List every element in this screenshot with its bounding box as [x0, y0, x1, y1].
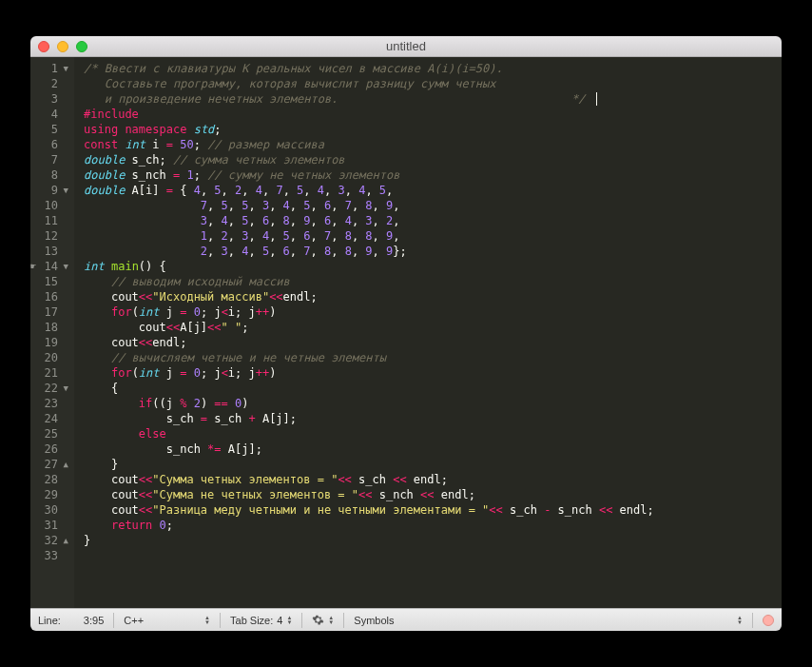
bookmark-icon: ☛: [30, 259, 36, 274]
code-content[interactable]: /* Ввести с клавиатуры K реальных чисел …: [74, 57, 782, 608]
zoom-button[interactable]: [76, 41, 87, 52]
code-line[interactable]: }: [84, 457, 782, 472]
gutter-line[interactable]: 10: [30, 198, 68, 213]
gutter-line[interactable]: 25: [30, 426, 68, 441]
code-line[interactable]: /* Ввести с клавиатуры K реальных чисел …: [84, 61, 782, 76]
line-number: 22: [39, 381, 58, 396]
gutter-line[interactable]: 9▼: [30, 183, 68, 198]
fold-icon[interactable]: ▲: [61, 533, 68, 548]
gutter-line[interactable]: 27▲: [30, 457, 68, 472]
line-number: 3: [39, 91, 58, 107]
status-symbols[interactable]: Symbols: [354, 615, 394, 626]
code-line[interactable]: cout<<"Сумма не четных элементов = "<< s…: [84, 487, 782, 502]
code-line[interactable]: return 0;: [84, 518, 782, 533]
status-position[interactable]: 3:95: [84, 615, 104, 626]
gutter-line[interactable]: 23: [30, 396, 68, 411]
code-line[interactable]: 1, 2, 3, 4, 5, 6, 7, 8, 8, 9,: [84, 228, 782, 244]
code-line[interactable]: Составьте программу, которая вычислит ра…: [84, 76, 782, 91]
chevron-updown-icon: ▲▼: [328, 616, 334, 625]
line-number: 2: [39, 76, 58, 91]
gutter-line[interactable]: 29: [30, 487, 68, 502]
line-number: 32: [39, 533, 58, 548]
close-button[interactable]: [38, 41, 49, 52]
code-line[interactable]: cout<<"Исходный массив"<<endl;: [84, 289, 782, 304]
code-line[interactable]: for(int j = 0; j<i; j++): [84, 365, 782, 381]
code-line[interactable]: 2, 3, 4, 5, 6, 7, 8, 8, 9, 9};: [84, 244, 782, 259]
line-number: 28: [39, 472, 58, 487]
code-line[interactable]: s_ch = s_ch + A[j];: [84, 411, 782, 426]
gutter-line[interactable]: 11: [30, 213, 68, 228]
line-number: 30: [39, 502, 58, 518]
gutter-line[interactable]: 33: [30, 548, 68, 563]
gutter-line[interactable]: 30: [30, 502, 68, 518]
gutter-line[interactable]: 20: [30, 350, 68, 365]
gutter-line[interactable]: 32▲: [30, 533, 68, 548]
code-line[interactable]: cout<<A[j]<<" ";: [84, 320, 782, 335]
code-line[interactable]: double A[i] = { 4, 5, 2, 4, 7, 5, 4, 3, …: [84, 183, 782, 198]
fold-icon[interactable]: ▼: [61, 381, 68, 396]
gutter-line[interactable]: 28: [30, 472, 68, 487]
fold-icon[interactable]: ▼: [61, 259, 68, 274]
line-number: 9: [39, 183, 58, 198]
gutter[interactable]: 1▼23456789▼10111213☛14▼1516171819202122▼…: [30, 57, 74, 608]
code-line[interactable]: s_nch *= A[j];: [84, 441, 782, 457]
code-line[interactable]: cout<<endl;: [84, 335, 782, 350]
code-line[interactable]: using namespace std;: [84, 122, 782, 137]
statusbar: Line: 3:95 C++ ▲▼ Tab Size: 4 ▲▼ ▲▼ Symb…: [30, 608, 782, 631]
editor-area[interactable]: 1▼23456789▼10111213☛14▼1516171819202122▼…: [30, 57, 782, 608]
record-indicator-icon[interactable]: [763, 615, 774, 626]
gutter-line[interactable]: 18: [30, 320, 68, 335]
gutter-line[interactable]: 13: [30, 244, 68, 259]
code-line[interactable]: 7, 5, 5, 3, 4, 5, 6, 7, 8, 9,: [84, 198, 782, 213]
gutter-line[interactable]: 6: [30, 137, 68, 152]
code-line[interactable]: и произведение нечетных элементов. */: [84, 91, 782, 107]
fold-icon[interactable]: ▲: [61, 457, 68, 472]
gutter-line[interactable]: 4: [30, 107, 68, 122]
code-line[interactable]: 3, 4, 5, 6, 8, 9, 6, 4, 3, 2,: [84, 213, 782, 228]
gutter-line[interactable]: 2: [30, 76, 68, 91]
gutter-line[interactable]: ☛14▼: [30, 259, 68, 274]
code-line[interactable]: [84, 548, 782, 563]
status-language-label: C++: [124, 615, 144, 626]
code-line[interactable]: // выводим исходный массив: [84, 274, 782, 289]
gutter-line[interactable]: 19: [30, 335, 68, 350]
line-number: 6: [39, 137, 58, 152]
gutter-line[interactable]: 21: [30, 365, 68, 381]
gutter-line[interactable]: 26: [30, 441, 68, 457]
fold-icon[interactable]: ▼: [61, 183, 68, 198]
code-line[interactable]: double s_nch = 1; // сумму не четных эле…: [84, 167, 782, 183]
gutter-line[interactable]: 3: [30, 91, 68, 107]
gutter-line[interactable]: 7: [30, 152, 68, 167]
line-number: 15: [39, 274, 58, 289]
status-tabsize-label: Tab Size:: [230, 615, 273, 626]
line-number: 23: [39, 396, 58, 411]
gutter-line[interactable]: 16: [30, 289, 68, 304]
code-line[interactable]: const int i = 50; // размер массива: [84, 137, 782, 152]
gutter-line[interactable]: 15: [30, 274, 68, 289]
fold-icon[interactable]: ▼: [61, 61, 68, 76]
code-line[interactable]: for(int j = 0; j<i; j++): [84, 304, 782, 320]
gutter-line[interactable]: 8: [30, 167, 68, 183]
code-line[interactable]: }: [84, 533, 782, 548]
line-number: 27: [39, 457, 58, 472]
gutter-line[interactable]: 1▼: [30, 61, 68, 76]
code-line[interactable]: int main() {: [84, 259, 782, 274]
code-line[interactable]: {: [84, 381, 782, 396]
status-language[interactable]: C++ ▲▼: [124, 615, 210, 626]
gutter-line[interactable]: 12: [30, 228, 68, 244]
code-line[interactable]: cout<<"Сумма четных элементов = "<< s_ch…: [84, 472, 782, 487]
code-line[interactable]: // вычисляем четные и не четные элементы: [84, 350, 782, 365]
gutter-line[interactable]: 22▼: [30, 381, 68, 396]
gutter-line[interactable]: 24: [30, 411, 68, 426]
code-line[interactable]: #include: [84, 107, 782, 122]
gutter-line[interactable]: 17: [30, 304, 68, 320]
code-line[interactable]: if((j % 2) == 0): [84, 396, 782, 411]
gutter-line[interactable]: 31: [30, 518, 68, 533]
code-line[interactable]: else: [84, 426, 782, 441]
code-line[interactable]: cout<<"Разница меду четными и не четными…: [84, 502, 782, 518]
status-settings[interactable]: ▲▼: [312, 614, 334, 626]
gutter-line[interactable]: 5: [30, 122, 68, 137]
code-line[interactable]: double s_ch; // сумма четных элементов: [84, 152, 782, 167]
minimize-button[interactable]: [57, 41, 68, 52]
status-tabsize[interactable]: Tab Size: 4 ▲▼: [230, 615, 292, 626]
